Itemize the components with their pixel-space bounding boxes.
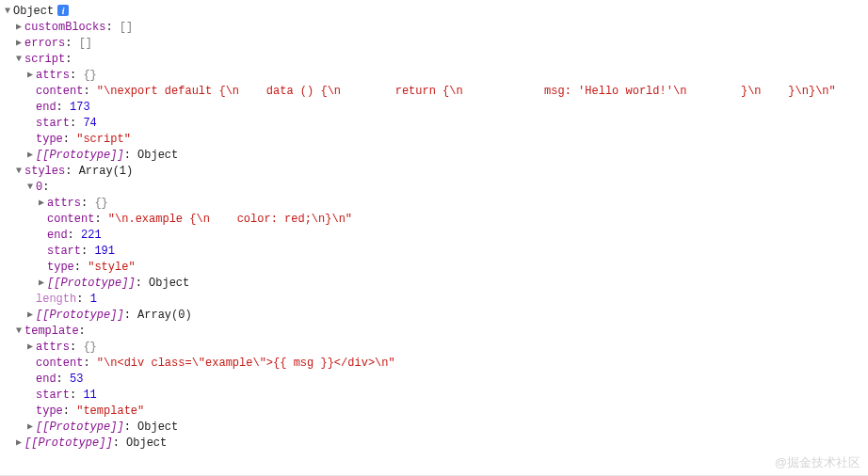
key-styles-0[interactable]: 0 (36, 180, 42, 196)
spacer (36, 245, 47, 257)
chevron-right-icon[interactable]: ▶ (24, 341, 36, 353)
value-script-end: 173 (70, 100, 90, 116)
spacer (36, 229, 47, 241)
chevron-down-icon[interactable]: ▼ (2, 5, 13, 17)
key-template-attrs[interactable]: attrs (36, 340, 70, 356)
key-template-content[interactable]: content (36, 356, 83, 372)
value-script-attrs: {} (83, 68, 96, 84)
key-template-type[interactable]: type (36, 404, 63, 420)
value-errors: [] (79, 36, 92, 52)
value-template-type: "template" (76, 404, 144, 420)
info-icon[interactable]: i (57, 5, 69, 16)
spacer (24, 117, 36, 129)
value-styles-0-proto: Object (149, 276, 189, 292)
spacer (24, 389, 36, 401)
object-root-label: Object (13, 4, 54, 20)
spacer (24, 405, 36, 417)
value-styles-0-attrs: {} (94, 196, 107, 212)
value-template-attrs: {} (83, 340, 96, 356)
console-object-tree: ▼ Object i ▶ customBlocks: [] ▶ errors: … (0, 0, 868, 455)
chevron-down-icon[interactable]: ▼ (24, 181, 36, 193)
spacer (36, 213, 47, 225)
key-styles-0-content[interactable]: content (47, 212, 94, 228)
watermark-text: @掘金技术社区 (775, 454, 860, 470)
key-styles-0-type[interactable]: type (47, 260, 74, 276)
chevron-right-icon[interactable]: ▶ (24, 309, 36, 321)
key-customBlocks[interactable]: customBlocks (24, 20, 105, 36)
key-script[interactable]: script (24, 52, 65, 68)
chevron-right-icon[interactable]: ▶ (36, 277, 47, 289)
chevron-right-icon[interactable]: ▶ (36, 197, 47, 209)
value-styles-proto: Array(0) (137, 308, 192, 324)
key-script-start[interactable]: start (36, 116, 70, 132)
spacer (24, 373, 36, 385)
key-script-content[interactable]: content (36, 84, 83, 100)
spacer (24, 293, 36, 305)
value-styles-length: 1 (90, 292, 97, 308)
key-styles-length[interactable]: length (36, 292, 76, 308)
value-root-proto: Object (126, 436, 167, 452)
key-script-end[interactable]: end (36, 100, 56, 116)
key-styles-0-start[interactable]: start (47, 244, 81, 260)
key-styles-proto[interactable]: [[Prototype]] (36, 308, 124, 324)
key-template-proto[interactable]: [[Prototype]] (36, 420, 124, 436)
spacer (36, 261, 47, 273)
spacer (24, 133, 36, 145)
key-template-start[interactable]: start (36, 388, 70, 404)
spacer (24, 357, 36, 369)
key-script-attrs[interactable]: attrs (36, 68, 70, 84)
value-script-content: "\nexport default {\n data () {\n return… (97, 84, 836, 100)
value-script-proto: Object (137, 148, 178, 164)
value-styles-0-end: 221 (81, 228, 102, 244)
value-customBlocks: [] (120, 20, 133, 36)
value-template-proto: Object (137, 420, 178, 436)
chevron-right-icon[interactable]: ▶ (24, 420, 36, 433)
chevron-right-icon[interactable]: ▶ (13, 436, 24, 449)
value-script-start: 74 (83, 116, 96, 132)
chevron-down-icon[interactable]: ▼ (13, 53, 24, 65)
key-errors[interactable]: errors (24, 36, 65, 52)
key-script-type[interactable]: type (36, 132, 63, 148)
value-styles-0-type: "style" (88, 260, 135, 276)
chevron-down-icon[interactable]: ▼ (13, 165, 24, 177)
chevron-right-icon[interactable]: ▶ (24, 69, 36, 81)
key-styles-0-attrs[interactable]: attrs (47, 196, 81, 212)
value-script-type: "script" (76, 132, 131, 148)
key-root-proto[interactable]: [[Prototype]] (24, 436, 113, 452)
chevron-right-icon[interactable]: ▶ (24, 149, 36, 161)
key-template[interactable]: template (24, 324, 79, 340)
key-template-end[interactable]: end (36, 372, 56, 388)
value-styles-0-content: "\n.example {\n color: red;\n}\n" (108, 212, 352, 228)
key-styles-0-proto[interactable]: [[Prototype]] (47, 276, 136, 292)
value-template-end: 53 (70, 372, 83, 388)
spacer (24, 101, 36, 113)
spacer (24, 85, 36, 97)
chevron-down-icon[interactable]: ▼ (13, 325, 24, 337)
value-styles-0-start: 191 (94, 244, 115, 260)
key-styles[interactable]: styles (24, 164, 65, 180)
chevron-right-icon[interactable]: ▶ (13, 21, 24, 33)
value-template-content: "\n<div class=\"example\">{{ msg }}</div… (97, 356, 395, 372)
key-styles-0-end[interactable]: end (47, 228, 68, 244)
value-template-start: 11 (83, 388, 96, 404)
key-script-proto[interactable]: [[Prototype]] (36, 148, 124, 164)
value-styles-header: Array(1) (79, 164, 134, 180)
chevron-right-icon[interactable]: ▶ (13, 37, 24, 49)
